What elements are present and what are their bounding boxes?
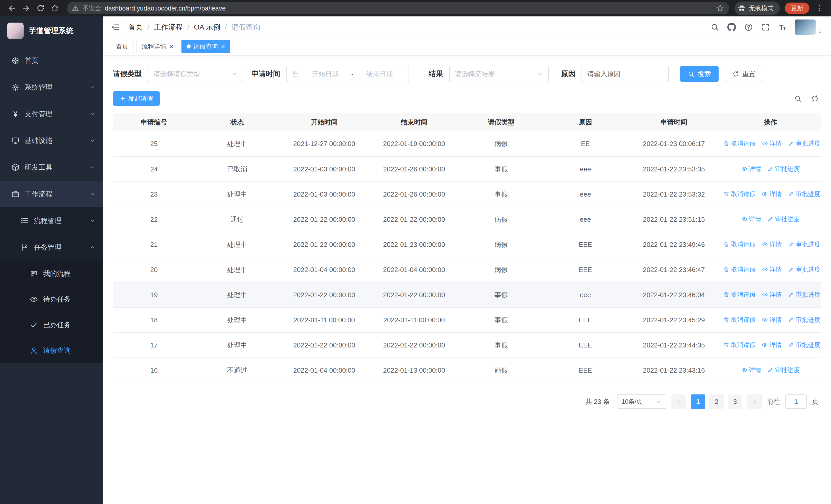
sidebar: 芋道管理系统 首页系统管理支付管理基础设施研发工具工作流程流程管理任务管理我的流… [0, 17, 103, 504]
update-button[interactable]: 更新 [785, 3, 809, 14]
detail-link[interactable]: 详情 [762, 139, 782, 148]
fullscreen-button[interactable] [761, 23, 770, 32]
search-submit-button[interactable]: 搜索 [680, 66, 719, 82]
page-size-select[interactable]: 10条/页 [617, 394, 666, 409]
table-row[interactable]: 25处理中2021-12-27 00:00:002022-01-19 00:00… [113, 131, 821, 156]
sidebar-item-leave-query[interactable]: 请假查询 [0, 338, 103, 363]
sidebar-item-process-mgmt[interactable]: 流程管理 [0, 207, 103, 234]
sidebar-item-devtools[interactable]: 研发工具 [0, 154, 103, 181]
page-button-1[interactable]: 1 [691, 394, 705, 409]
approval-progress-link[interactable]: 审批进度 [767, 366, 800, 374]
bookmark-star-icon[interactable] [716, 4, 724, 12]
approval-progress-link[interactable]: 审批进度 [788, 291, 820, 299]
security-warning: 不安全 [83, 4, 101, 12]
page-button-3[interactable]: 3 [728, 394, 742, 409]
chevron-up-icon [89, 191, 95, 197]
table-row[interactable]: 21处理中2022-01-22 00:00:002022-01-23 00:00… [113, 232, 821, 257]
table-row[interactable]: 24已取消2022-01-03 00:00:002022-01-26 00:00… [113, 156, 821, 182]
help-button[interactable] [744, 23, 753, 32]
cancel-leave-link[interactable]: 取消请假 [723, 341, 755, 349]
browser-reload-button[interactable] [34, 2, 47, 15]
font-size-button[interactable] [778, 23, 787, 32]
next-page-button[interactable] [747, 394, 762, 409]
app-logo[interactable]: 芋道管理系统 [0, 17, 103, 45]
delete-icon [723, 191, 729, 197]
action-label: 详情 [769, 190, 782, 198]
cancel-leave-link[interactable]: 取消请假 [723, 240, 755, 248]
action-label: 取消请假 [731, 341, 755, 349]
detail-link[interactable]: 详情 [741, 366, 761, 374]
detail-link[interactable]: 详情 [741, 165, 761, 173]
table-row[interactable]: 20处理中2022-01-04 00:00:002022-01-04 00:00… [113, 257, 821, 282]
approval-progress-link[interactable]: 审批进度 [788, 316, 820, 324]
browser-menu-button[interactable] [812, 2, 826, 15]
approval-progress-link[interactable]: 审批进度 [767, 165, 800, 173]
sidebar-item-infrastructure[interactable]: 基础设施 [0, 127, 103, 154]
table-row[interactable]: 18处理中2022-01-11 00:00:002022-01-11 00:00… [113, 307, 821, 333]
table-row[interactable]: 16不通过2022-01-04 00:00:002022-01-13 00:00… [113, 358, 821, 383]
apply-time-range-picker[interactable]: 开始日期 - 结束日期 [286, 66, 409, 82]
create-leave-button[interactable]: 发起请假 [113, 91, 160, 106]
close-icon[interactable]: × [169, 43, 173, 50]
cancel-leave-link[interactable]: 取消请假 [723, 190, 755, 198]
page-button-2[interactable]: 2 [709, 394, 724, 409]
detail-link[interactable]: 详情 [762, 190, 782, 198]
cancel-leave-link[interactable]: 取消请假 [723, 291, 755, 299]
approval-progress-link[interactable]: 审批进度 [788, 190, 820, 198]
goto-page-input[interactable] [785, 394, 807, 409]
browser-back-button[interactable] [5, 2, 19, 15]
reset-button[interactable]: 重置 [725, 66, 763, 82]
sidebar-item-task-mgmt[interactable]: 任务管理 [0, 234, 103, 261]
toggle-search-button[interactable] [794, 95, 802, 102]
browser-forward-button[interactable] [20, 2, 33, 15]
cancel-leave-link[interactable]: 取消请假 [723, 139, 755, 148]
tab-process-detail[interactable]: 流程详情× [137, 40, 178, 53]
detail-link[interactable]: 详情 [741, 215, 761, 223]
table-row[interactable]: 22通过2022-01-22 00:00:002022-01-22 00:00:… [113, 207, 821, 232]
sidebar-item-todo-tasks[interactable]: 待办任务 [0, 287, 103, 312]
sidebar-item-home[interactable]: 首页 [0, 47, 103, 74]
cancel-leave-link[interactable]: 取消请假 [723, 265, 755, 273]
approval-progress-link[interactable]: 审批进度 [788, 341, 820, 349]
tab-home[interactable]: 首页 [111, 40, 134, 53]
app-title: 芋道管理系统 [29, 26, 74, 36]
github-button[interactable] [727, 23, 736, 32]
approval-progress-link[interactable]: 审批进度 [788, 139, 820, 148]
detail-link[interactable]: 详情 [762, 265, 782, 273]
result-select[interactable]: 请选择流结果 [449, 66, 549, 82]
sidebar-item-workflow[interactable]: 工作流程 [0, 181, 103, 207]
reason-input[interactable] [581, 66, 669, 82]
action-row: 发起请假 [103, 82, 831, 106]
sidebar-collapse-button[interactable] [111, 23, 120, 32]
prev-page-button[interactable] [671, 394, 686, 409]
approval-progress-link[interactable]: 审批进度 [788, 240, 820, 248]
start-date-placeholder: 开始日期 [301, 69, 349, 79]
approval-progress-link[interactable]: 审批进度 [767, 215, 800, 223]
leave-type-select[interactable]: 请选择请假类型 [148, 66, 243, 82]
user-avatar-menu[interactable] [795, 20, 823, 35]
browser-home-button[interactable] [48, 2, 62, 15]
close-icon[interactable]: × [221, 43, 225, 50]
refresh-table-button[interactable] [811, 95, 819, 102]
detail-link[interactable]: 详情 [762, 316, 782, 324]
breadcrumb-item[interactable]: 首页 [128, 22, 143, 32]
tab-leave-query[interactable]: 请假查询× [181, 40, 230, 53]
cell-start: 2022-01-22 00:00:00 [279, 232, 369, 257]
table-row[interactable]: 23处理中2022-01-03 00:00:002022-01-26 00:00… [113, 182, 821, 207]
url-bar[interactable]: 不安全 dashboard.yudao.iocoder.cn/bpm/oa/le… [67, 2, 729, 14]
detail-link[interactable]: 详情 [762, 291, 782, 299]
approval-progress-link[interactable]: 审批进度 [788, 265, 820, 273]
breadcrumb-item[interactable]: OA 示例 [194, 22, 221, 32]
sidebar-item-system[interactable]: 系统管理 [0, 74, 103, 100]
sidebar-item-my-process[interactable]: 我的流程 [0, 261, 103, 287]
cell-id: 16 [113, 358, 195, 383]
breadcrumb-item[interactable]: 工作流程 [154, 22, 183, 32]
table-row[interactable]: 17处理中2022-01-22 00:00:002022-01-22 00:00… [113, 333, 821, 358]
sidebar-item-done-tasks[interactable]: 已办任务 [0, 312, 103, 338]
detail-link[interactable]: 详情 [762, 341, 782, 349]
sidebar-item-payment[interactable]: 支付管理 [0, 100, 103, 127]
table-row[interactable]: 19处理中2022-01-22 00:00:002022-01-22 00:00… [113, 282, 821, 307]
cancel-leave-link[interactable]: 取消请假 [723, 316, 755, 324]
detail-link[interactable]: 详情 [762, 240, 782, 248]
header-search-button[interactable] [710, 23, 719, 32]
